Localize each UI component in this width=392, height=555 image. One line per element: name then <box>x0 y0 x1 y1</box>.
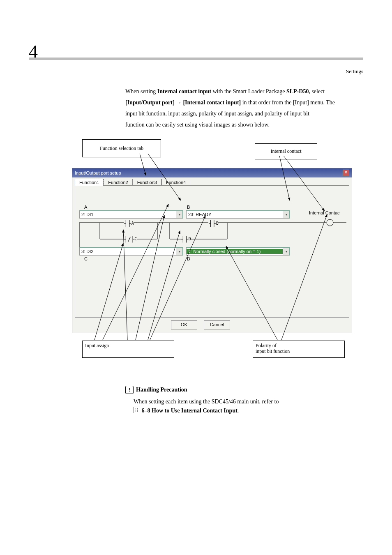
label-D: D <box>187 256 190 261</box>
chevron-down-icon[interactable]: ▾ <box>176 248 182 255</box>
select-C[interactable]: 3: DI2 ▾ <box>79 247 183 256</box>
internal-contact-label: Internal Contac <box>309 210 340 215</box>
tab-function3[interactable]: Function3 <box>133 179 161 186</box>
header-right: Settings <box>29 68 363 75</box>
p1b: Internal contact input <box>157 88 211 94</box>
handling-heading: Handling Precaution <box>136 387 187 393</box>
p4: function can be easily set using visual … <box>125 120 363 129</box>
p1e: , select <box>309 88 325 94</box>
dialog-titlebar: Input/Output port setup × <box>72 168 352 177</box>
info-icon: ! <box>125 386 134 394</box>
contact-D: ┤├D <box>181 236 191 242</box>
svg-point-3 <box>327 219 333 226</box>
p3: input bit function, input assign, polari… <box>125 109 363 118</box>
contact-B: ┤├B <box>209 220 218 227</box>
close-icon[interactable]: × <box>343 170 349 176</box>
tab-function2[interactable]: Function2 <box>104 179 132 186</box>
p1c: with the Smart Loader Package <box>211 88 286 94</box>
chapter-number: 4 <box>29 41 38 62</box>
reference-icon <box>134 407 140 413</box>
label-internal-contact: Internal contact <box>255 143 317 159</box>
chevron-down-icon[interactable]: ▾ <box>283 248 289 255</box>
p1d: SLP-D50 <box>286 88 309 94</box>
select-A[interactable]: 2: DI1 ▾ <box>79 210 183 219</box>
cancel-button[interactable]: Cancel <box>204 320 230 329</box>
label-C: C <box>84 256 88 261</box>
dialog-title-text: Input/Output port setup <box>75 170 121 175</box>
dialog-window: Input/Output port setup × Function1 Func… <box>72 168 352 333</box>
select-B[interactable]: 23: READY ▾ <box>186 210 290 219</box>
contact-C: ┤∕├C <box>124 236 137 242</box>
select-D-value: 1: Normally closed (normally on = 1) <box>187 249 283 254</box>
tab-bar: Function1 Function2 Function3 Function4 <box>75 179 349 186</box>
label-B: B <box>187 205 190 210</box>
dialog-body: A B 2: DI1 ▾ 23: READY ▾ Internal Contac… <box>75 185 349 318</box>
p2b: ] → <box>173 99 183 106</box>
label-polarity-bit-func: Polarity of input bit function <box>253 341 345 358</box>
tab-function1[interactable]: Function1 <box>75 179 104 186</box>
select-C-value: 3: DI2 <box>80 249 176 254</box>
select-B-value: 23: READY <box>187 212 283 217</box>
p2a: [Input/Output port <box>125 99 173 106</box>
label-A: A <box>84 205 87 210</box>
chevron-down-icon[interactable]: ▾ <box>283 211 289 218</box>
p1a: When setting <box>125 88 157 94</box>
p2c: [Internal contact input] <box>183 99 241 106</box>
handling-body: When setting each item using the SDC45/4… <box>134 397 363 415</box>
tab-function4[interactable]: Function4 <box>161 179 190 186</box>
label-function-tab: Function selection tab <box>82 139 161 157</box>
ok-button[interactable]: OK <box>171 320 197 329</box>
contact-A: ┤├A <box>124 220 134 227</box>
select-D[interactable]: 1: Normally closed (normally on = 1) ▾ <box>186 247 290 256</box>
main-paragraph: When setting Internal contact input with… <box>125 87 363 129</box>
chevron-down-icon[interactable]: ▾ <box>176 211 182 218</box>
label-input-assign: Input assign <box>82 341 174 358</box>
select-A-value: 2: DI1 <box>80 212 176 217</box>
p2d: in that order from the [Input] menu. The <box>241 99 335 106</box>
